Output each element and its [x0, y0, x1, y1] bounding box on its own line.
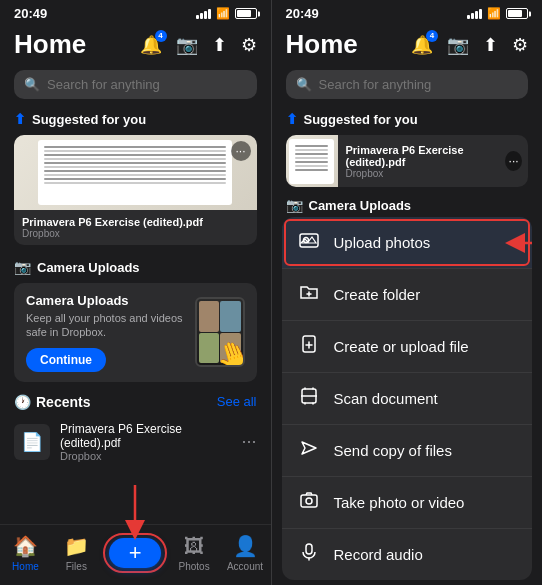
menu-item-send-copy-label: Send copy of files: [334, 442, 452, 459]
recents-icon-left: 🕐: [14, 394, 31, 410]
photos-icon-left: 🖼: [184, 535, 204, 558]
search-bar-right[interactable]: 🔍: [286, 70, 529, 99]
see-all-button-left[interactable]: See all: [217, 394, 257, 409]
camera-uploads-header-left: 📷 Camera Uploads: [0, 255, 271, 283]
recent-more-button-left[interactable]: ···: [241, 431, 256, 452]
recents-title-left: 🕐 Recents: [14, 394, 90, 410]
mic-icon: [298, 542, 320, 567]
search-input-right[interactable]: [319, 77, 519, 92]
menu-item-upload-photos[interactable]: Upload photos: [282, 217, 533, 269]
recent-name-left: Primavera P6 Exercise (edited).pdf: [60, 422, 231, 450]
battery-icon-right: [506, 8, 528, 19]
menu-item-send-copy[interactable]: Send copy of files: [282, 425, 533, 477]
upload-icon-right[interactable]: ⬆: [483, 34, 498, 56]
menu-item-create-folder[interactable]: Create folder: [282, 269, 533, 321]
svg-rect-4: [301, 495, 317, 507]
suggested-card-right[interactable]: Primavera P6 Exercise (edited).pdf Dropb…: [286, 135, 529, 187]
star-icon-left: ⬆: [14, 111, 26, 127]
nav-fab-left[interactable]: +: [103, 533, 167, 573]
bell-icon[interactable]: 🔔4: [140, 34, 162, 56]
scan-icon: [298, 386, 320, 411]
card-name-right: Primavera P6 Exercise (edited).pdf: [346, 144, 498, 168]
nav-home-left[interactable]: 🏠 Home: [1, 534, 49, 572]
camera-upload-icon[interactable]: 📷: [176, 34, 198, 56]
signal-icon: [196, 9, 211, 19]
battery-icon: [235, 8, 257, 19]
bell-badge-right: 4: [426, 30, 438, 42]
search-icon-right: 🔍: [296, 77, 312, 92]
thumb-img-2: [220, 301, 241, 332]
menu-item-scan-label: Scan document: [334, 390, 438, 407]
recent-source-left: Dropbox: [60, 450, 231, 462]
wifi-icon: 📶: [216, 7, 230, 20]
more-button-card-left[interactable]: ···: [231, 141, 251, 161]
create-file-icon: [298, 334, 320, 359]
camera-text-left: Camera Uploads Keep all your photos and …: [26, 293, 185, 372]
time-left: 20:49: [14, 6, 47, 21]
more-button-card-right[interactable]: ···: [505, 151, 522, 171]
menu-item-record-audio[interactable]: Record audio: [282, 529, 533, 580]
menu-item-upload-photos-label: Upload photos: [334, 234, 431, 251]
svg-rect-6: [306, 544, 312, 554]
bottom-nav-left: 🏠 Home 📁 Files + 🖼 Photos 👤 Account: [0, 524, 271, 585]
card-source-left: Dropbox: [22, 228, 249, 239]
search-bar-left[interactable]: 🔍: [14, 70, 257, 99]
status-icons-left: 📶: [196, 7, 257, 20]
red-arrow-to-upload: [504, 231, 532, 255]
card-source-right: Dropbox: [346, 168, 498, 179]
nav-account-left[interactable]: 👤 Account: [221, 534, 269, 572]
menu-item-take-photo-label: Take photo or video: [334, 494, 465, 511]
send-copy-icon: [298, 438, 320, 463]
nav-photos-left[interactable]: 🖼 Photos: [170, 535, 218, 572]
action-menu: Upload photos Create folder: [282, 217, 533, 580]
card-thumbnail-right: [286, 135, 338, 187]
nav-photos-label-left: Photos: [179, 561, 210, 572]
phone-thumb-left: 🤚: [195, 297, 245, 367]
menu-item-create-upload-file[interactable]: Create or upload file: [282, 321, 533, 373]
recent-item-left[interactable]: 📄 Primavera P6 Exercise (edited).pdf Dro…: [0, 416, 271, 468]
doc-preview-left: [38, 140, 232, 205]
signal-icon-right: [467, 9, 482, 19]
search-icon-left: 🔍: [24, 77, 40, 92]
time-right: 20:49: [286, 6, 319, 21]
left-panel: 20:49 📶 Home 🔔4 📷 ⬆ ⚙ 🔍 ⬆ Suggest: [0, 0, 271, 585]
upload-photos-icon: [298, 230, 320, 255]
card-thumbnail-left: ···: [14, 135, 257, 210]
card-name-left: Primavera P6 Exercise (edited).pdf: [22, 216, 249, 228]
menu-item-record-audio-label: Record audio: [334, 546, 423, 563]
nav-files-left[interactable]: 📁 Files: [52, 534, 100, 572]
card-info-right: Primavera P6 Exercise (edited).pdf Dropb…: [338, 135, 506, 187]
suggested-header-left: ⬆ Suggested for you: [0, 107, 271, 135]
continue-button-left[interactable]: Continue: [26, 348, 106, 372]
settings-icon-right[interactable]: ⚙: [512, 34, 528, 56]
bell-badge: 4: [155, 30, 167, 42]
menu-item-scan-document[interactable]: Scan document: [282, 373, 533, 425]
nav-account-label-left: Account: [227, 561, 263, 572]
upload-icon[interactable]: ⬆: [212, 34, 227, 56]
camera-icon-section-right: 📷: [286, 197, 303, 213]
header-actions-right: 🔔4 📷 ⬆ ⚙: [411, 34, 528, 56]
camera-uploads-title-left: Camera Uploads: [26, 293, 185, 308]
bell-icon-right[interactable]: 🔔4: [411, 34, 433, 56]
fab-button-left[interactable]: +: [109, 538, 161, 568]
suggested-header-right: ⬆ Suggested for you: [272, 107, 543, 135]
camera-uploads-card-left: Camera Uploads Keep all your photos and …: [14, 283, 257, 382]
card-info-left: Primavera P6 Exercise (edited).pdf Dropb…: [14, 210, 257, 245]
page-title-left: Home: [14, 29, 86, 60]
menu-item-take-photo[interactable]: Take photo or video: [282, 477, 533, 529]
status-icons-right: 📶: [467, 7, 528, 20]
nav-home-label-left: Home: [12, 561, 39, 572]
status-bar-right: 20:49 📶: [272, 0, 543, 25]
svg-point-5: [306, 498, 312, 504]
files-icon-left: 📁: [64, 534, 89, 558]
fab-red-box: +: [103, 533, 167, 573]
search-input-left[interactable]: [47, 77, 247, 92]
create-folder-icon: [298, 282, 320, 307]
camera-uploads-desc-left: Keep all your photos and videos safe in …: [26, 311, 185, 340]
camera-upload-icon-right[interactable]: 📷: [447, 34, 469, 56]
take-photo-icon: [298, 490, 320, 515]
nav-files-label-left: Files: [66, 561, 87, 572]
header-actions-left: 🔔4 📷 ⬆ ⚙: [140, 34, 257, 56]
settings-icon[interactable]: ⚙: [241, 34, 257, 56]
suggested-card-left[interactable]: ··· Primavera P6 Exercise (edited).pdf D…: [14, 135, 257, 245]
